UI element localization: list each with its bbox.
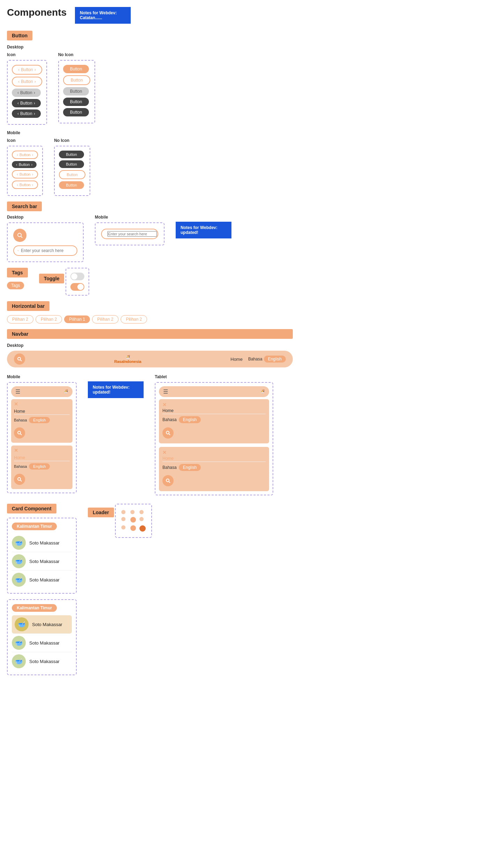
tablet-hamburger-icon[interactable]: ☰ [163, 388, 168, 395]
mobile-btn-dark[interactable]: ‹ Button › [12, 161, 37, 168]
svg-line-11 [21, 480, 22, 482]
btn-gray[interactable]: ‹ Button › [12, 89, 41, 97]
loader-section-header: Loader [88, 508, 114, 517]
card-item-1-1[interactable]: 🥣 Soto Makassar [12, 534, 72, 552]
btn-orange-outline-2[interactable]: ‹ Button › [12, 77, 42, 86]
hbar-item-4[interactable]: Pilihan 2 [121, 315, 147, 323]
icon-label: Icon [7, 52, 47, 57]
button-mobile-label: Mobile [7, 130, 293, 135]
btn-dark[interactable]: ‹ Button › [12, 99, 41, 107]
btn-dark-2[interactable]: ‹ Button › [12, 109, 41, 118]
card-box-1: Kalimantan Timur 🥣 Soto Makassar 🥣 Soto … [7, 518, 77, 594]
mobile-no-icon-dark[interactable]: Button [59, 151, 84, 158]
mobile-nav-expanded: ✕ Home Bahasa English [11, 399, 73, 443]
mobile-nav-home[interactable]: Home [14, 408, 70, 415]
mobile-search-btn[interactable] [14, 427, 25, 439]
button-section-header: Button [7, 31, 32, 40]
food-icon-3: 🥣 [12, 573, 26, 587]
navbar-section-header: Navbar [7, 329, 293, 339]
hbar-item-1[interactable]: Pilihan 2 [36, 315, 62, 323]
search-section-header: Search bar [7, 201, 42, 211]
btn-orange-outline[interactable]: ‹ Button › [12, 65, 42, 75]
btn-no-icon-dark-2[interactable]: Button [63, 108, 89, 116]
desktop-icon-button-group: ‹ Button › ‹ Button › ‹ Button › ‹ Butto… [7, 60, 47, 125]
toggle-group [66, 268, 89, 296]
mobile-lang-bahasa[interactable]: Bahasa [14, 418, 27, 422]
search-input-mobile[interactable] [107, 231, 157, 237]
hbar-item-2[interactable]: Pilihan 1 [64, 315, 90, 323]
btn-no-icon-outline[interactable]: Button [63, 75, 91, 85]
mobile-no-icon-button-group: Button Button Button Button [54, 146, 90, 196]
card-item-1-2[interactable]: 🥣 Soto Makassar [12, 552, 72, 571]
tablet-home-2[interactable]: Home [162, 455, 266, 462]
tablet-close-icon-2[interactable]: ✕ [162, 450, 167, 455]
card-item-name-1-3: Soto Makassar [29, 577, 60, 583]
btn-no-icon-dark[interactable]: Button [63, 98, 89, 106]
tablet-bahasa-2[interactable]: Bahasa [162, 465, 177, 470]
search-input-desktop[interactable] [21, 248, 73, 253]
svg-point-12 [166, 431, 169, 434]
close-icon[interactable]: ✕ [14, 401, 18, 407]
tablet-bahasa-1[interactable]: Bahasa [162, 417, 177, 422]
button-section: Button Desktop Icon ‹ Button › ‹ Button … [7, 31, 293, 196]
tag-pill[interactable]: Tags [7, 282, 24, 289]
mobile-btn-outline-3[interactable]: ‹ Button › [12, 181, 38, 189]
toggle-on[interactable] [70, 283, 84, 291]
btn-no-icon-orange[interactable]: Button [63, 65, 89, 73]
mobile-icon-label: Icon [7, 138, 43, 143]
mobile-tablet-row: Mobile ☰ 🍜 ✕ Home Bahasa English [7, 374, 293, 495]
navbar-tablet-box: ☰ 🍜 ✕ Home Bahasa English [155, 382, 273, 495]
mobile-lang-english[interactable]: English [29, 417, 50, 423]
mobile-lang-english-2[interactable]: English [29, 463, 50, 470]
svg-point-8 [18, 431, 21, 434]
close-icon-2[interactable]: ✕ [14, 448, 18, 453]
card-item-2-1-active[interactable]: 🥣 Soto Makassar [12, 615, 72, 634]
page-title: Components [7, 7, 67, 18]
mobile-nav-home-2[interactable]: Home [14, 455, 70, 461]
svg-line-15 [169, 482, 170, 483]
navbar-home[interactable]: Home [230, 357, 243, 362]
loader-dot-1 [121, 510, 125, 514]
notes-label-2: Notes for Webdev: [181, 225, 227, 230]
lang-bahasa-btn[interactable]: Bahasa [248, 357, 262, 361]
loader-dot-5 [130, 517, 136, 523]
food-icon-6: 🥣 [12, 654, 26, 668]
mobile-no-icon-outline[interactable]: Button [59, 170, 85, 179]
hbar-item-3[interactable]: Pilihan 2 [92, 315, 119, 323]
mobile-btn-outline[interactable]: ‹ Button › [12, 151, 38, 159]
search-mobile-label: Mobile [95, 215, 165, 220]
toggle-off[interactable] [70, 273, 84, 280]
navbar-tablet-group: Tablet ☰ 🍜 ✕ Home Bahasa English [155, 374, 273, 495]
loader-box [115, 504, 152, 538]
tablet-english-1[interactable]: English [179, 416, 201, 423]
search-icon-button-desktop[interactable] [13, 229, 26, 242]
mobile-no-icon-orange[interactable]: Button [59, 181, 84, 189]
navbar-search-btn[interactable] [14, 353, 25, 365]
lang-group: Bahasa English [248, 356, 286, 363]
loader-dots [121, 510, 146, 532]
card-item-2-3[interactable]: 🥣 Soto Makassar [12, 652, 72, 670]
search-mobile-box [95, 222, 165, 245]
mobile-lang-bahasa-2[interactable]: Bahasa [14, 464, 27, 469]
svg-point-14 [166, 479, 169, 482]
navbar-desktop-label: Desktop [7, 343, 293, 348]
navbar-mobile-box: ☰ 🍜 ✕ Home Bahasa English [7, 382, 77, 493]
card-item-1-3[interactable]: 🥣 Soto Makassar [12, 571, 72, 589]
btn-no-icon-gray[interactable]: Button [63, 87, 89, 96]
tablet-search-2[interactable] [162, 475, 174, 486]
tablet-home-1[interactable]: Home [162, 408, 266, 414]
mobile-no-icon-dark-2[interactable]: Button [59, 160, 84, 168]
mobile-search-btn-2[interactable] [14, 474, 25, 485]
tablet-english-2[interactable]: English [179, 464, 201, 471]
mobile-btn-outline-2[interactable]: ‹ Button › [12, 170, 38, 178]
tablet-close-icon-1[interactable]: ✕ [162, 402, 167, 408]
hamburger-icon[interactable]: ☰ [15, 388, 20, 395]
loader-dot-8 [130, 525, 136, 531]
lang-english-btn[interactable]: English [264, 356, 286, 363]
hbar-section-header: Horizontal bar [7, 301, 49, 311]
card-item-2-2[interactable]: 🥣 Soto Makassar [12, 634, 72, 652]
hbar-item-0[interactable]: Pilihan 2 [7, 315, 33, 323]
tablet-search-1[interactable] [162, 427, 174, 439]
loader-dot-9 [139, 525, 146, 532]
notes-label-1: Notes for Webdev: [80, 10, 126, 15]
